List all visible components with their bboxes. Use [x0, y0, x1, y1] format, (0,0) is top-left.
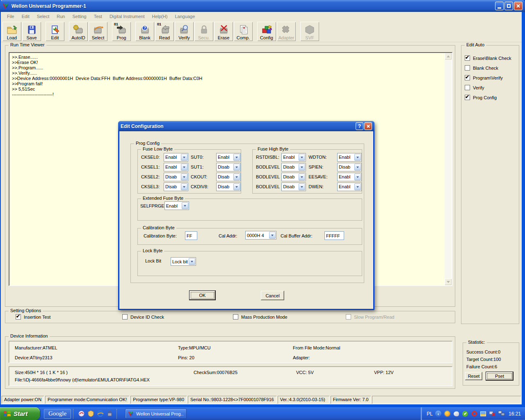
spien-combobox[interactable]: Disab — [337, 163, 362, 171]
menu-language[interactable]: Language — [171, 13, 199, 20]
checkbox-prog-config[interactable]: Prog Config — [465, 95, 497, 100]
checkbox-box[interactable] — [465, 65, 470, 71]
tray-swan-icon[interactable] — [453, 410, 460, 417]
menu-digital-instrument[interactable]: Digital Instrument — [106, 13, 148, 20]
chevron-down-icon[interactable] — [354, 183, 361, 190]
ok-button[interactable]: OK — [189, 290, 216, 300]
chevron-down-icon[interactable] — [269, 232, 276, 239]
dialog-help-button[interactable]: ? — [356, 122, 363, 130]
tray-collapse-button[interactable]: ‹ — [435, 410, 442, 417]
checkbox-insertion-test[interactable]: Insertion Test — [16, 314, 50, 320]
menu-select[interactable]: Select — [33, 13, 53, 20]
chevron-down-icon[interactable] — [233, 173, 240, 180]
cal-addr-combobox[interactable]: 0000H 4 — [245, 231, 276, 240]
scroll-up-button[interactable] — [445, 53, 452, 59]
checkbox-blank-check[interactable]: Blank Check — [465, 65, 498, 71]
ckdiv8-combobox[interactable]: Disab — [216, 183, 241, 191]
chevron-down-icon[interactable] — [233, 164, 240, 171]
selfprge-combobox[interactable]: Enabl — [164, 201, 189, 210]
toolbar-save-button[interactable]: Save — [22, 22, 41, 41]
menu-help[interactable]: Help(H) — [148, 13, 171, 20]
toolbar-edit-button[interactable]: Edit — [46, 22, 64, 41]
quicklaunch-messenger-icon[interactable] — [78, 410, 85, 418]
minimize-button[interactable] — [495, 2, 504, 10]
quicklaunch-internet-explorer-icon[interactable] — [96, 410, 104, 418]
chevron-down-icon[interactable] — [181, 164, 187, 171]
quicklaunch-lock-icon[interactable] — [106, 410, 114, 418]
eesave-combobox[interactable]: Enabl — [337, 173, 362, 181]
tray-display-icon[interactable] — [480, 410, 487, 417]
chevron-down-icon[interactable] — [181, 183, 187, 190]
lock-bit-combobox[interactable]: Lock bit — [171, 257, 196, 266]
chevron-down-icon[interactable] — [354, 154, 361, 161]
checkbox-verify[interactable]: Verify — [465, 85, 484, 90]
toolbar-autoid-button[interactable]: AutoID — [69, 22, 88, 41]
menu-run[interactable]: Run — [53, 13, 68, 20]
toolbar-comp-button[interactable]: Comp. — [234, 22, 253, 41]
sut0-combobox[interactable]: Enabl — [216, 153, 241, 162]
taskbar-clock[interactable]: 16:21 — [509, 411, 521, 417]
toolbar-config-button[interactable]: Config — [257, 22, 276, 41]
chevron-down-icon[interactable] — [233, 154, 240, 161]
chevron-down-icon[interactable] — [354, 173, 361, 180]
cksel3-combobox[interactable]: Disab — [164, 183, 188, 191]
tray-network-offline-icon[interactable] — [489, 410, 496, 417]
checkbox-box[interactable] — [465, 55, 470, 61]
toolbar-erase-button[interactable]: Erase — [214, 22, 233, 41]
toolbar-read-button[interactable]: 01 Read — [155, 22, 174, 41]
toolbar-prog-button[interactable]: 01 Prog — [112, 22, 131, 41]
calibration-byte-input[interactable] — [185, 231, 197, 240]
close-button[interactable] — [514, 2, 523, 10]
quicklaunch-shield-icon[interactable] — [87, 410, 95, 418]
chevron-down-icon[interactable] — [299, 154, 305, 161]
chevron-down-icon[interactable] — [299, 164, 305, 171]
checkbox-program-verify[interactable]: Program\Verify — [465, 75, 503, 80]
language-indicator[interactable]: PL — [427, 411, 433, 417]
chevron-down-icon[interactable] — [189, 258, 195, 265]
menu-edit[interactable]: Edit — [18, 13, 33, 20]
chevron-down-icon[interactable] — [181, 154, 187, 161]
google-toolbar-button[interactable]: Google — [44, 409, 71, 419]
chevron-down-icon[interactable] — [181, 173, 187, 180]
tray-opera-icon[interactable] — [471, 410, 478, 417]
menu-test[interactable]: Test — [90, 13, 106, 20]
checkbox-box[interactable] — [233, 314, 238, 320]
toolbar-select-button[interactable]: Select — [89, 22, 107, 41]
checkbox-box[interactable] — [122, 314, 128, 320]
rstdisbl-combobox[interactable]: Enabl — [281, 153, 306, 162]
checkbox-erase-blank-check[interactable]: Erase\Blank Check — [465, 55, 511, 61]
sut1-combobox[interactable]: Disab — [216, 163, 241, 171]
bodlevel2-combobox[interactable]: Disab — [281, 183, 306, 191]
reset-button[interactable]: Reset — [465, 372, 482, 380]
menu-setting[interactable]: Setting — [68, 13, 90, 20]
tray-sun-icon[interactable] — [444, 410, 451, 417]
bodlevel0-combobox[interactable]: Disab — [281, 163, 306, 171]
chevron-down-icon[interactable] — [182, 202, 188, 209]
cal-buffer-addr-input[interactable] — [324, 231, 344, 240]
checkbox-box[interactable] — [465, 85, 470, 90]
tray-network-computers-icon[interactable] — [498, 410, 505, 417]
scroll-down-button[interactable] — [445, 278, 452, 285]
checkbox-device-id-check[interactable]: Device ID Check — [122, 314, 164, 320]
chevron-down-icon[interactable] — [233, 183, 240, 190]
bodlevel1-combobox[interactable]: Disab — [281, 173, 306, 181]
pset-button[interactable]: Pset — [486, 372, 514, 381]
chevron-down-icon[interactable] — [299, 183, 305, 190]
tray-antivirus-icon[interactable]: ✔ — [462, 410, 469, 417]
titlebar[interactable]: Wellon Universal Programmer-1 — [0, 0, 525, 12]
checkbox-box[interactable] — [465, 75, 470, 80]
toolbar-blank-button[interactable]: ? Blank — [135, 22, 154, 41]
cksel1-combobox[interactable]: Enabl — [164, 163, 188, 171]
cksel0-combobox[interactable]: Enabl — [164, 153, 188, 162]
vertical-scrollbar[interactable] — [445, 53, 452, 285]
checkbox-box[interactable] — [465, 95, 470, 100]
chevron-down-icon[interactable] — [354, 164, 361, 171]
ckout-combobox[interactable]: Disab — [216, 173, 241, 181]
dialog-titlebar[interactable]: Edit Configuration ? — [118, 121, 374, 131]
maximize-button[interactable] — [504, 2, 513, 10]
checkbox-box[interactable] — [16, 314, 21, 320]
toolbar-verify-button[interactable]: Verify — [175, 22, 194, 41]
checkbox-mass-production-mode[interactable]: Mass Production Mode — [233, 314, 288, 320]
task-button-wellon[interactable]: Wellon Universal Prog... — [125, 409, 187, 419]
cancel-button[interactable]: Cancel — [261, 291, 284, 300]
